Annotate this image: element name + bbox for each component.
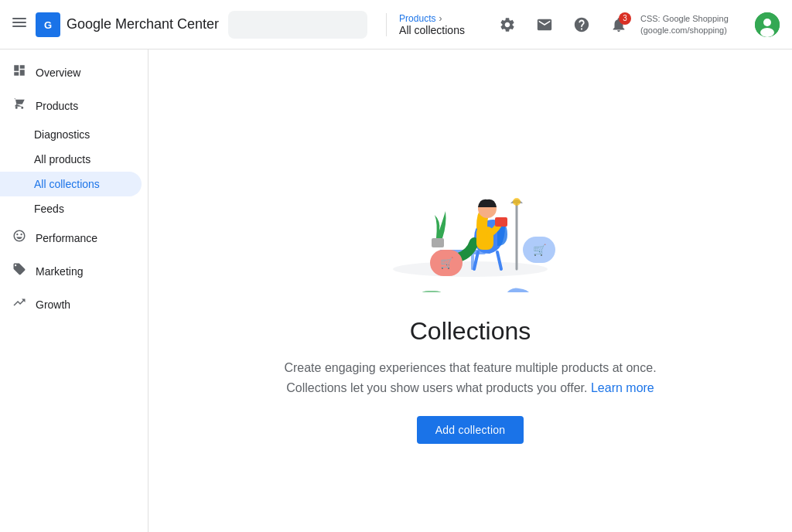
sidebar-item-all-products-label: All products (34, 153, 90, 165)
breadcrumb-current-text: All collections (399, 24, 465, 36)
sidebar-item-growth-label: Growth (36, 298, 70, 311)
sidebar-item-products-label: Products (36, 100, 78, 112)
main-content: 🛒 🛒 🛒 🛒 🛒 🛒 (148, 49, 792, 532)
topbar-actions: 3 CSS: Google Shopping (google.com/shopp… (492, 9, 780, 40)
sidebar-item-feeds-label: Feeds (34, 203, 64, 215)
sidebar-item-overview[interactable]: Overview (0, 56, 142, 89)
collections-description: Create engaging experiences that feature… (254, 358, 687, 397)
collections-illustration: 🛒 🛒 🛒 🛒 🛒 🛒 (362, 138, 579, 292)
performance-icon (12, 229, 26, 247)
topbar-left: G Google Merchant Center (12, 11, 367, 39)
settings-button[interactable] (492, 9, 523, 40)
products-icon (12, 97, 26, 114)
css-tooltip: CSS: Google Shopping (google.com/shoppin… (640, 13, 749, 36)
overview-icon (12, 63, 26, 81)
sidebar-item-products[interactable]: Products (0, 89, 142, 122)
app-name: Google Merchant Center (67, 16, 219, 32)
sidebar-item-diagnostics-label: Diagnostics (34, 128, 90, 141)
sidebar-item-growth[interactable]: Growth (0, 288, 142, 321)
breadcrumb-chevron-icon: › (439, 13, 442, 24)
logo-icon: G (36, 12, 60, 37)
add-collection-button[interactable]: Add collection (417, 416, 524, 444)
svg-rect-1 (12, 22, 26, 23)
learn-more-link[interactable]: Learn more (591, 381, 654, 394)
svg-point-7 (760, 28, 774, 37)
svg-point-8 (393, 261, 548, 277)
collections-empty-state: 🛒 🛒 🛒 🛒 🛒 🛒 (238, 107, 702, 475)
svg-point-6 (763, 19, 771, 26)
account-avatar[interactable] (755, 12, 780, 37)
sidebar-item-all-collections-label: All collections (34, 178, 100, 190)
svg-text:🛒: 🛒 (440, 257, 454, 270)
sidebar-item-all-collections[interactable]: All collections (0, 172, 142, 196)
main-layout: Overview Products Diagnostics All produc… (0, 49, 792, 532)
svg-rect-33 (415, 291, 449, 292)
breadcrumb-parent-text: Products (399, 13, 435, 24)
hamburger-menu[interactable] (12, 15, 26, 33)
sidebar-item-feeds[interactable]: Feeds (0, 196, 142, 221)
sidebar-item-marketing[interactable]: Marketing (0, 254, 142, 288)
topbar: G Google Merchant Center Products › All … (0, 0, 792, 49)
svg-rect-17 (495, 217, 507, 227)
sidebar-item-performance[interactable]: Performance (0, 221, 142, 254)
mail-button[interactable] (529, 9, 560, 40)
svg-rect-2 (12, 26, 26, 27)
sidebar-item-all-products[interactable]: All products (0, 147, 142, 172)
help-button[interactable] (566, 9, 597, 40)
svg-point-20 (513, 198, 521, 206)
sidebar-item-diagnostics[interactable]: Diagnostics (0, 122, 142, 147)
svg-rect-12 (432, 238, 444, 247)
svg-text:G: G (44, 19, 52, 31)
collections-title: Collections (410, 317, 531, 346)
sidebar: Overview Products Diagnostics All produc… (0, 49, 148, 532)
notifications-button[interactable]: 3 (603, 9, 634, 40)
growth-icon (12, 295, 26, 313)
notification-badge: 3 (619, 12, 631, 25)
sidebar-item-performance-label: Performance (36, 232, 97, 244)
sidebar-item-marketing-label: Marketing (36, 265, 83, 278)
sidebar-item-overview-label: Overview (36, 66, 80, 79)
logo: G Google Merchant Center (36, 12, 219, 37)
marketing-icon (12, 262, 26, 280)
svg-rect-0 (12, 18, 26, 19)
svg-text:🛒: 🛒 (533, 244, 547, 257)
breadcrumb: Products › All collections (386, 13, 465, 36)
breadcrumb-parent-row: Products › (399, 13, 465, 24)
svg-rect-23 (504, 286, 534, 292)
search-bar[interactable] (228, 11, 367, 39)
